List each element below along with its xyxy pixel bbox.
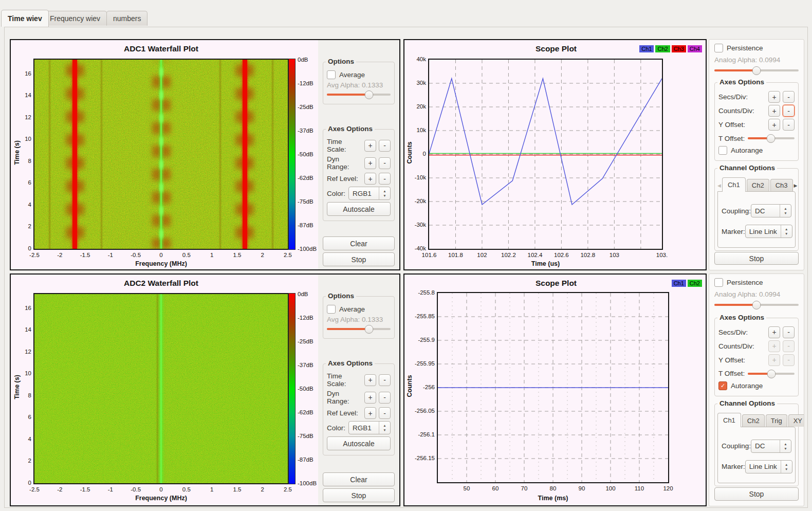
ref-level-minus-button[interactable]: - bbox=[379, 407, 391, 419]
coupling-spinbox[interactable]: DC ▲▼ bbox=[751, 440, 791, 453]
channel-tab-ch3[interactable]: Ch3 bbox=[770, 179, 793, 191]
avg-alpha-slider[interactable] bbox=[327, 325, 391, 333]
autorange-checkbox[interactable] bbox=[718, 146, 727, 155]
channel-tab-ch2[interactable]: Ch2 bbox=[742, 414, 765, 427]
spinbox-arrows-icon[interactable]: ▲▼ bbox=[379, 187, 390, 199]
coupling-spinbox[interactable]: DC ▲▼ bbox=[751, 204, 791, 217]
persistence-checkbox[interactable] bbox=[714, 44, 723, 52]
tab-time-view[interactable]: Time wiev bbox=[1, 10, 49, 27]
scope1-axes-options-group: Axes Options Secs/Div: + - Counts/Div: +… bbox=[714, 82, 799, 161]
spinbox-arrows-icon[interactable]: ▲▼ bbox=[781, 461, 792, 473]
waterfall-signal-overlay bbox=[157, 294, 158, 483]
colorbar-tick-label: -100dB bbox=[298, 480, 317, 486]
secs-div-plus-button[interactable]: + bbox=[768, 91, 780, 103]
y-offset-plus-button[interactable]: + bbox=[768, 119, 780, 131]
scope1-canvas[interactable] bbox=[428, 59, 663, 250]
waterfall-signal-overlay bbox=[160, 294, 162, 483]
colorbar-tick-label: -62dB bbox=[298, 175, 313, 181]
autoscale-button[interactable]: Autoscale bbox=[327, 436, 391, 450]
marker-spinbox[interactable]: Line Link ▲▼ bbox=[745, 225, 792, 238]
analog-alpha-slider[interactable] bbox=[714, 66, 799, 74]
waterfall-signal-overlay bbox=[243, 60, 247, 249]
ref-level-label: Ref Level: bbox=[327, 175, 362, 182]
persistence-checkbox[interactable] bbox=[714, 278, 723, 287]
autoscale-button[interactable]: Autoscale bbox=[327, 202, 391, 216]
avg-alpha-slider[interactable] bbox=[327, 90, 391, 99]
dyn-range-minus-button[interactable]: - bbox=[379, 157, 391, 169]
marker-spinbox[interactable]: Line Link ▲▼ bbox=[745, 460, 792, 473]
t-offset-slider[interactable] bbox=[748, 134, 795, 142]
dyn-range-minus-button[interactable]: - bbox=[379, 392, 391, 404]
channel-tab-ch2[interactable]: Ch2 bbox=[747, 179, 769, 191]
stop-button[interactable]: Stop bbox=[323, 488, 395, 502]
average-checkbox[interactable] bbox=[327, 70, 336, 79]
x-tick-label: -1 bbox=[108, 486, 113, 492]
autorange-checkbox[interactable]: ✓ bbox=[718, 381, 727, 390]
adc2-options-group: Options Average Avg Alpha: 0.1333 bbox=[323, 296, 395, 339]
channel-tab-trig[interactable]: Trig bbox=[766, 414, 787, 427]
x-tick-label: 1 bbox=[210, 252, 213, 258]
y-tick-label: 14 bbox=[10, 92, 31, 98]
y-offset-minus-button[interactable]: - bbox=[783, 354, 795, 366]
stop-button[interactable]: Stop bbox=[323, 252, 395, 266]
tab-scroll-left-icon[interactable]: ◀ bbox=[717, 183, 722, 191]
spinbox-arrows-icon[interactable]: ▲▼ bbox=[379, 422, 390, 434]
counts-div-plus-button[interactable]: + bbox=[768, 340, 780, 352]
color-spinbox[interactable]: RGB1 ▲▼ bbox=[348, 421, 391, 434]
legend-chip-ch2: Ch2 bbox=[655, 45, 670, 52]
x-tick-label: -2.5 bbox=[29, 252, 40, 258]
channel-tab-ch1[interactable]: Ch1 bbox=[717, 413, 741, 427]
tab-frequency-view[interactable]: Frequency wiev bbox=[43, 11, 107, 26]
y-tick-label: -40k bbox=[403, 245, 426, 251]
colorbar-tick-label: -25dB bbox=[298, 104, 313, 110]
ref-level-plus-button[interactable]: + bbox=[364, 173, 376, 185]
spinbox-arrows-icon[interactable]: ▲▼ bbox=[781, 225, 792, 238]
counts-div-minus-button[interactable]: - bbox=[783, 105, 795, 117]
time-scale-minus-button[interactable]: - bbox=[379, 374, 391, 386]
adc2-waterfall-canvas[interactable] bbox=[33, 293, 289, 484]
y-offset-minus-button[interactable]: - bbox=[783, 119, 795, 131]
y-tick-label: -256.15 bbox=[406, 455, 435, 461]
ref-level-minus-button[interactable]: - bbox=[379, 173, 391, 185]
y-offset-plus-button[interactable]: + bbox=[768, 354, 780, 366]
counts-div-minus-button[interactable]: - bbox=[783, 340, 795, 352]
y-tick-label: 8 bbox=[10, 392, 31, 398]
time-scale-plus-button[interactable]: + bbox=[364, 140, 376, 152]
color-spinbox[interactable]: RGB1 ▲▼ bbox=[348, 187, 391, 200]
analog-alpha-slider[interactable] bbox=[714, 301, 799, 309]
scope2-channel-options-group: Channel Options Ch1 Ch2 Trig XY Coupling… bbox=[714, 404, 799, 486]
tab-numbers[interactable]: numbers bbox=[106, 11, 147, 26]
time-scale-plus-button[interactable]: + bbox=[364, 374, 376, 386]
color-label: Color: bbox=[327, 424, 345, 432]
t-offset-slider[interactable] bbox=[748, 370, 795, 378]
spinbox-arrows-icon[interactable]: ▲▼ bbox=[780, 440, 791, 452]
tab-scroll-right-icon[interactable]: ▶ bbox=[794, 183, 799, 191]
clear-button[interactable]: Clear bbox=[323, 236, 395, 250]
channel-tab-content: Coupling: DC ▲▼ Marker: Line Link ▲▼ bbox=[717, 427, 796, 483]
channel-tab-ch1[interactable]: Ch1 bbox=[722, 177, 746, 192]
x-tick-label: 103. bbox=[656, 252, 668, 258]
x-tick-label: 101.8 bbox=[448, 252, 463, 258]
autorange-label: Autorange bbox=[731, 382, 795, 390]
dyn-range-plus-button[interactable]: + bbox=[364, 392, 376, 404]
y-tick-label: -255.85 bbox=[406, 313, 435, 319]
stop-button[interactable]: Stop bbox=[714, 252, 799, 265]
secs-div-minus-button[interactable]: - bbox=[783, 326, 795, 338]
time-scale-minus-button[interactable]: - bbox=[379, 140, 391, 152]
channel-tab-xy[interactable]: XY bbox=[788, 414, 804, 427]
counts-div-plus-button[interactable]: + bbox=[768, 105, 780, 117]
secs-div-minus-button[interactable]: - bbox=[783, 91, 795, 103]
x-tick-label: 0 bbox=[159, 252, 162, 258]
secs-div-plus-button[interactable]: + bbox=[768, 326, 780, 338]
stop-button[interactable]: Stop bbox=[714, 487, 799, 501]
scope2-canvas[interactable] bbox=[437, 292, 669, 483]
colorbar-tick-label: -75dB bbox=[298, 198, 313, 205]
dyn-range-plus-button[interactable]: + bbox=[364, 157, 376, 169]
scope2-panel: Scope Plot Ch1 Ch2 Counts Time (ms) 5060… bbox=[403, 273, 707, 506]
clear-button[interactable]: Clear bbox=[323, 472, 395, 486]
spinbox-arrows-icon[interactable]: ▲▼ bbox=[780, 205, 791, 217]
ref-level-plus-button[interactable]: + bbox=[364, 407, 376, 419]
average-checkbox[interactable] bbox=[327, 305, 336, 314]
x-tick-label: -1.5 bbox=[80, 486, 90, 492]
adc1-waterfall-canvas[interactable] bbox=[33, 59, 289, 250]
